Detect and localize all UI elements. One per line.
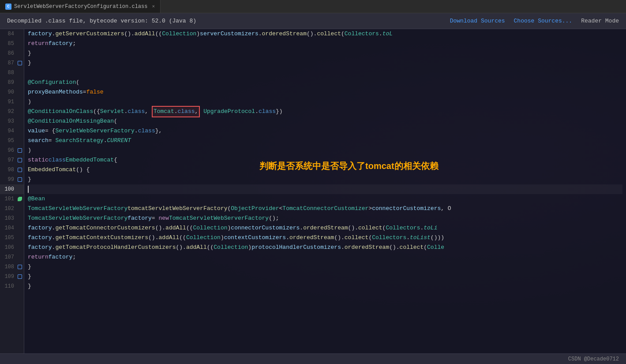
code-line: factory.getTomcatConnectorCustomizers().… [28, 223, 622, 233]
code-line: return factory; [28, 252, 622, 262]
code-line [28, 68, 622, 78]
info-bar-actions: Download Sources Choose Sources... Reade… [450, 18, 619, 24]
line-number: 85 [0, 39, 17, 49]
code-line: return factory; [28, 39, 622, 49]
line-gutter [17, 168, 23, 172]
code-line: static class EmbeddedTomcat { [28, 155, 622, 165]
tab-bar: C ServletWebServerFactoryConfiguration.c… [0, 0, 626, 13]
line-number: 103 [0, 214, 17, 223]
line-num-row: 102 [0, 204, 24, 214]
line-gutter [17, 61, 23, 65]
line-number: 101 [0, 194, 17, 204]
line-number: 96 [0, 146, 17, 155]
line-num-row: 103 [0, 214, 24, 223]
code-line: proxyBeanMethods = false [28, 87, 622, 97]
download-sources-link[interactable]: Download Sources [450, 18, 505, 24]
bracket-gutter-icon [18, 61, 22, 65]
bracket-gutter-icon [18, 274, 22, 279]
line-num-row: 100 [0, 184, 24, 194]
bracket-gutter-icon [18, 168, 22, 172]
line-num-row: 109 [0, 272, 24, 281]
code-container: 8485868788899091929394959697989910010110… [0, 29, 626, 353]
line-num-row: 87 [0, 58, 24, 68]
status-bar [0, 353, 626, 364]
line-num-row: 104 [0, 223, 24, 233]
bracket-gutter-icon [18, 148, 22, 153]
code-line: TomcatServletWebServerFactory tomcatServ… [28, 204, 622, 214]
line-number: 91 [0, 97, 17, 107]
tab-close-button[interactable]: × [152, 4, 155, 9]
code-line: factory.getTomcatProtocolHandlerCustomiz… [28, 243, 622, 252]
bracket-gutter-icon [18, 158, 22, 162]
code-line: factory.getTomcatContextCustomizers().ad… [28, 233, 622, 243]
code-line: } [28, 272, 622, 281]
line-number: 106 [0, 243, 17, 252]
code-line: @ConditionalOnMissingBean( [28, 116, 622, 126]
bracket-gutter-icon [18, 265, 22, 269]
code-line: search = SearchStrategy.CURRENT [28, 136, 622, 146]
line-num-row: 93 [0, 116, 24, 126]
line-gutter [17, 197, 23, 201]
line-num-row: 99 [0, 175, 24, 184]
line-num-row: 97 [0, 155, 24, 165]
file-tab[interactable]: C ServletWebServerFactoryConfiguration.c… [0, 0, 161, 13]
line-number: 105 [0, 233, 17, 243]
line-number: 89 [0, 78, 17, 87]
line-number: 93 [0, 116, 17, 126]
code-line: } [28, 262, 622, 272]
line-number: 110 [0, 281, 17, 291]
line-num-row: 96 [0, 146, 24, 155]
choose-sources-link[interactable]: Choose Sources... [514, 18, 573, 24]
line-number: 108 [0, 262, 17, 272]
line-num-row: 92 [0, 107, 24, 116]
line-number: 102 [0, 204, 17, 214]
line-number: 92 [0, 107, 17, 116]
line-num-row: 85 [0, 39, 24, 49]
line-number: 107 [0, 252, 17, 262]
line-number: 99 [0, 175, 17, 184]
line-number: 97 [0, 155, 17, 165]
line-number: 90 [0, 87, 17, 97]
line-number: 95 [0, 136, 17, 146]
line-num-row: 106 [0, 243, 24, 252]
line-num-row: 94 [0, 126, 24, 136]
line-num-row: 89 [0, 78, 24, 87]
decompiled-info-text: Decompiled .class file, bytecode version… [7, 18, 196, 24]
line-num-row: 101 [0, 194, 24, 204]
bracket-gutter-icon [18, 177, 22, 182]
line-num-row: 95 [0, 136, 24, 146]
line-number: 84 [0, 29, 17, 39]
watermark: CSDN @Decade0712 [568, 356, 619, 362]
code-line: } [28, 49, 622, 58]
line-num-row: 108 [0, 262, 24, 272]
code-line: } [28, 175, 622, 184]
code-line: value = {ServletWebServerFactory.class}, [28, 126, 622, 136]
code-editor[interactable]: factory.getServerCustomizers().addAll((C… [24, 29, 626, 353]
line-gutter [17, 274, 23, 279]
line-num-row: 91 [0, 97, 24, 107]
code-line: ) [28, 97, 622, 107]
line-num-row: 110 [0, 281, 24, 291]
line-number: 109 [0, 272, 17, 281]
line-gutter [17, 177, 23, 182]
line-number: 86 [0, 49, 17, 58]
tab-file-icon: C [5, 4, 11, 10]
text-cursor [28, 186, 29, 193]
code-line: @ConditionalOnClass({Servlet.class, Tomc… [28, 107, 622, 116]
line-num-row: 107 [0, 252, 24, 262]
line-numbers-gutter: 8485868788899091929394959697989910010110… [0, 29, 24, 353]
line-number: 88 [0, 68, 17, 78]
code-line: ) [28, 146, 622, 155]
reader-mode-button[interactable]: Reader Mode [581, 18, 619, 24]
code-line: } [28, 281, 622, 291]
code-line [28, 184, 622, 194]
code-line: @Configuration( [28, 78, 622, 87]
line-number: 100 [0, 184, 17, 194]
bean-gutter-icon [18, 197, 22, 201]
tab-label: ServletWebServerFactoryConfiguration.cla… [14, 4, 147, 10]
code-line: factory.getServerCustomizers().addAll((C… [28, 29, 622, 39]
line-num-row: 90 [0, 87, 24, 97]
line-num-row: 84 [0, 29, 24, 39]
info-bar: Decompiled .class file, bytecode version… [0, 13, 626, 29]
line-number: 104 [0, 223, 17, 233]
